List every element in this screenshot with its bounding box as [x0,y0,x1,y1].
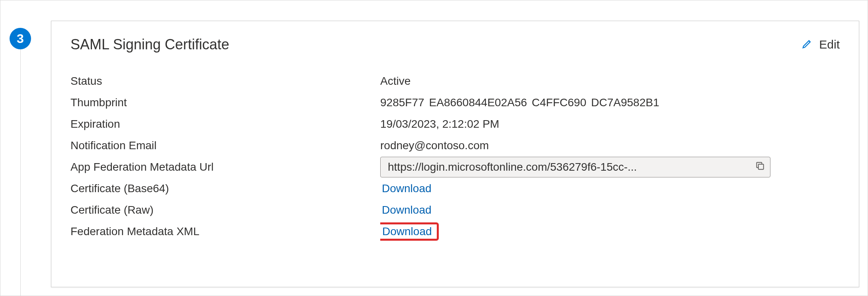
thumbprint-seg-2: EA8660844E02A56 [429,96,527,109]
metadata-url-text[interactable]: https://login.microsoftonline.com/536279… [388,161,750,173]
thumbprint-label: Thumbprint [70,96,380,109]
fed-xml-label: Federation Metadata XML [70,225,380,238]
thumbprint-seg-4: DC7A9582B1 [591,96,659,109]
download-cert-base64-link[interactable]: Download [380,182,433,195]
thumbprint-value: 9285F77EA8660844E02A56C4FFC690DC7A9582B1 [380,96,840,109]
fed-xml-value: Download [380,222,840,241]
notification-email-value: rodney@contoso.com [380,139,840,152]
thumbprint-row: Thumbprint 9285F77EA8660844E02A56C4FFC69… [70,92,840,113]
svg-rect-0 [759,164,764,169]
edit-button[interactable]: Edit [802,37,840,52]
expiration-value: 19/03/2023, 2:12:02 PM [380,118,840,130]
cert-base64-row: Certificate (Base64) Download [70,178,840,199]
metadata-url-row: App Federation Metadata Url https://logi… [70,156,840,178]
saml-certificate-card: SAML Signing Certificate Edit Status Act… [51,21,859,287]
step-number: 3 [17,31,24,46]
thumbprint-seg-3: C4FFC690 [532,96,586,109]
metadata-url-box: https://login.microsoftonline.com/536279… [380,157,770,177]
cert-raw-value: Download [380,204,840,216]
metadata-url-label: App Federation Metadata Url [70,161,380,173]
status-row: Status Active [70,70,840,92]
expiration-row: Expiration 19/03/2023, 2:12:02 PM [70,113,840,135]
copy-icon[interactable] [755,161,765,174]
metadata-url-value-wrap: https://login.microsoftonline.com/536279… [380,157,840,177]
cert-raw-row: Certificate (Raw) Download [70,199,840,221]
cert-raw-label: Certificate (Raw) [70,204,380,216]
card-title: SAML Signing Certificate [70,36,229,53]
step-connector-line [20,49,21,296]
download-fed-xml-link[interactable]: Download [380,222,439,241]
status-value: Active [380,75,840,88]
edit-label: Edit [819,38,840,51]
card-header: SAML Signing Certificate Edit [70,36,840,53]
cert-base64-label: Certificate (Base64) [70,182,380,195]
notification-email-row: Notification Email rodney@contoso.com [70,135,840,156]
cert-base64-value: Download [380,182,840,195]
status-label: Status [70,75,380,88]
fed-xml-row: Federation Metadata XML Download [70,221,840,242]
pencil-icon [802,37,813,52]
thumbprint-seg-1: 9285F77 [380,96,424,109]
expiration-label: Expiration [70,118,380,130]
notification-email-label: Notification Email [70,139,380,152]
step-badge: 3 [10,28,31,49]
download-cert-raw-link[interactable]: Download [380,204,433,216]
